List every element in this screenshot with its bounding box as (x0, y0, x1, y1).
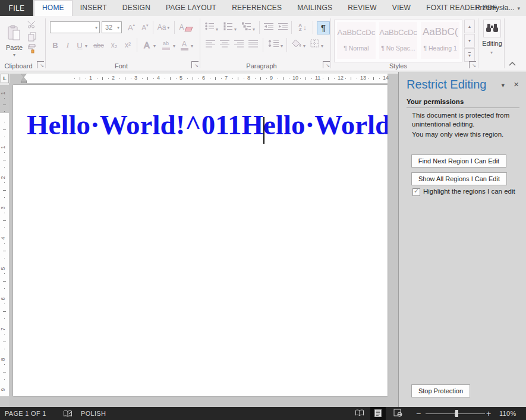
zoom-level[interactable]: 110% (499, 407, 516, 420)
styles-scroll-up-button[interactable]: ▴ (464, 20, 475, 33)
highlight-checkbox-label[interactable]: Highlight the regions I can edit (423, 188, 515, 195)
cut-button[interactable] (26, 21, 38, 30)
ruler-tick (3, 220, 6, 221)
tab-file[interactable]: FILE (0, 0, 33, 16)
shading-button[interactable] (291, 39, 303, 50)
ruler-tick (193, 77, 193, 80)
subscript-button[interactable]: x₂ (108, 39, 120, 51)
pane-close-button[interactable]: × (514, 79, 519, 89)
font-size-combo[interactable]: 32▾ (102, 21, 122, 33)
bold-button[interactable]: B (50, 39, 61, 51)
ruler-number: 13 (360, 75, 366, 81)
editing-find-button[interactable] (483, 20, 501, 37)
align-right-button[interactable] (233, 39, 245, 50)
vertical-ruler[interactable]: 1123456789 (0, 85, 9, 407)
show-all-regions-button[interactable]: Show All Regions I Can Edit (411, 172, 507, 185)
tab-references[interactable]: REFERENCES (224, 0, 289, 16)
bullets-button[interactable] (204, 23, 215, 32)
align-left-button[interactable] (204, 39, 216, 50)
ruler-tick (4, 197, 5, 198)
tab-mailings[interactable]: MAILINGS (289, 0, 340, 16)
zoom-out-button[interactable]: − (416, 407, 421, 420)
bullet-list-icon (205, 22, 215, 33)
divider (407, 108, 519, 108)
page-indicator[interactable]: PAGE 1 OF 1 (5, 407, 46, 420)
style-preview: AaBbCcDc (337, 28, 376, 37)
highlight-color-button[interactable]: ab (159, 39, 172, 52)
change-case-button[interactable]: Aa▾ (156, 22, 171, 33)
tab-view[interactable]: VIEW (385, 0, 418, 16)
grow-font-button[interactable]: A▴ (125, 22, 137, 33)
horizontal-ruler[interactable]: 1234567891011121314 (10, 74, 398, 83)
styles-gallery-more-button[interactable]: ▾ (464, 48, 475, 62)
pane-options-dropdown[interactable]: ▾ (501, 81, 505, 89)
numbering-button[interactable] (223, 23, 234, 32)
strikethrough-button[interactable]: abc (91, 39, 106, 51)
proofing-status-button[interactable] (63, 410, 73, 420)
highlight-checkbox[interactable]: ✓ (412, 188, 420, 196)
stop-protection-button[interactable]: Stop Protection (411, 384, 470, 397)
web-layout-button[interactable] (390, 407, 405, 420)
underline-button[interactable]: U (75, 39, 84, 51)
style-card[interactable]: AaBbCcDc¶ Normal (337, 22, 376, 59)
increase-indent-button[interactable] (277, 23, 289, 32)
styles-dialog-launcher-icon[interactable]: ↘ (469, 61, 476, 68)
align-center-button[interactable] (219, 39, 231, 50)
clipboard-dialog-launcher-icon[interactable]: ↘ (37, 61, 44, 68)
language-indicator[interactable]: POLISH (81, 407, 106, 420)
ruler-tick (4, 182, 5, 183)
ruler-number: 4 (157, 75, 160, 81)
ruler-tick (108, 78, 109, 79)
borders-button[interactable] (309, 39, 320, 50)
text-effects-button[interactable]: A (141, 39, 153, 51)
tab-page-layout[interactable]: PAGE LAYOUT (158, 0, 224, 16)
chevron-down-icon: ▾ (117, 25, 119, 30)
format-painter-button[interactable] (26, 45, 38, 55)
ruler-tick (125, 77, 125, 80)
document-canvas[interactable]: Hello·World!^011Hello·World (9, 83, 398, 407)
multilevel-list-button[interactable] (241, 23, 252, 32)
decrease-indent-button[interactable] (263, 23, 275, 32)
font-color-button[interactable]: A (179, 39, 190, 52)
styles-scroll-down-button[interactable]: ▾ (464, 34, 475, 48)
zoom-in-button[interactable]: + (486, 407, 491, 420)
change-case-label: Aa (158, 23, 166, 31)
style-card[interactable]: AaBbCcDc¶ No Spac... (379, 22, 418, 59)
text-cursor (263, 117, 264, 144)
print-layout-button[interactable] (370, 407, 386, 420)
show-hide-formatting-button[interactable]: ¶ (317, 21, 330, 34)
document-text[interactable]: Hello·World!^011Hello·World (27, 109, 388, 141)
read-mode-button[interactable] (352, 407, 367, 420)
editing-group-label[interactable]: Editing (479, 40, 505, 47)
sort-button[interactable]: A Z ↓ (295, 21, 310, 33)
word-window: FILE HOMEINSERTDESIGNPAGE LAYOUTREFERENC… (0, 0, 526, 420)
ruler-tick (278, 78, 278, 79)
tab-stop-selector[interactable]: L (1, 74, 9, 83)
user-account[interactable]: Przemysła...▾ (475, 0, 520, 16)
tab-insert[interactable]: INSERT (73, 0, 115, 16)
pane-title: Restrict Editing (407, 78, 487, 91)
paste-button[interactable]: Paste ▾ (4, 19, 25, 63)
shrink-font-button[interactable]: A▾ (139, 22, 151, 33)
font-dialog-launcher-icon[interactable]: ↘ (191, 61, 199, 68)
ruler-text-area (0, 113, 9, 396)
line-spacing-button[interactable] (267, 39, 280, 50)
font-name-combo[interactable]: ▾ (50, 21, 100, 33)
copy-button[interactable] (26, 33, 38, 43)
collapse-ribbon-button[interactable] (509, 58, 516, 68)
ruler-tick (153, 78, 154, 79)
document-page[interactable]: Hello·World!^011Hello·World (13, 85, 388, 396)
tab-home[interactable]: HOME (34, 0, 73, 17)
paragraph-dialog-launcher-icon[interactable]: ↘ (323, 61, 330, 68)
zoom-slider-thumb[interactable] (455, 410, 458, 417)
tab-design[interactable]: DESIGN (115, 0, 158, 16)
ruler-tick (328, 77, 329, 80)
ruler-tick (368, 78, 368, 79)
style-card[interactable]: AaBbC(¶ Heading 1 (421, 22, 459, 59)
italic-button[interactable]: I (62, 39, 73, 51)
superscript-button[interactable]: x² (122, 39, 134, 51)
find-next-region-button[interactable]: Find Next Region I Can Edit (411, 154, 506, 168)
justify-button[interactable] (247, 39, 259, 50)
tab-review[interactable]: REVIEW (340, 0, 385, 16)
clear-formatting-button[interactable]: A (178, 22, 193, 33)
